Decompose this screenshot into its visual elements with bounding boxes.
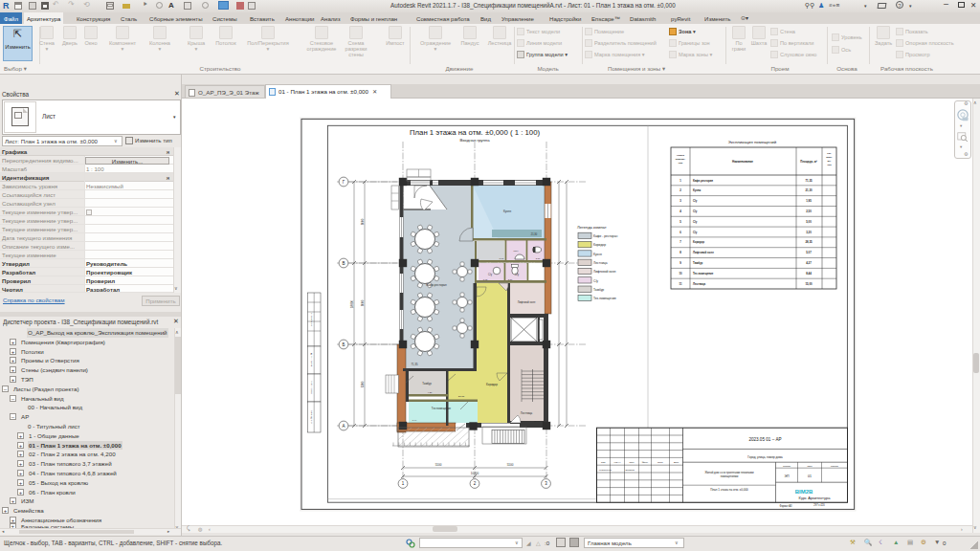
- svg-text:Коридор: Коридор: [486, 383, 498, 386]
- svg-text:С/у: С/у: [593, 279, 598, 283]
- svg-text:2,50: 2,50: [806, 209, 812, 213]
- svg-text:Кафе-ресторан: Кафе-ресторан: [693, 179, 713, 183]
- svg-text:Тамбур: Тамбур: [693, 261, 702, 265]
- svg-text:Кафе-ресторан: Кафе-ресторан: [426, 283, 447, 287]
- svg-text:помеще-: помеще-: [676, 158, 686, 161]
- svg-text:18600: 18600: [350, 299, 354, 308]
- svg-text:Лестница: Лестница: [593, 261, 608, 265]
- svg-text:2023.05 01 – АР: 2023.05 01 – АР: [748, 437, 781, 442]
- svg-text:ще-: ще-: [828, 160, 832, 162]
- svg-text:Наименование: Наименование: [732, 160, 753, 164]
- svg-text:01: 01: [808, 474, 812, 478]
- svg-text:21,30: 21,30: [806, 188, 813, 192]
- svg-text:Подп. и дата: Подп. и дата: [310, 381, 312, 394]
- svg-text:Дата: Дата: [674, 461, 679, 463]
- svg-text:А: А: [342, 424, 345, 429]
- svg-text:6300: 6300: [361, 381, 365, 387]
- svg-text:План 1 этажа на отм. ±0,000 (: План 1 этажа на отм. ±0,000 ( 1 : 100): [410, 128, 541, 137]
- svg-text:Взам. инв. №: Взам. инв. №: [310, 352, 312, 366]
- svg-text:15,00: 15,00: [806, 282, 813, 286]
- svg-text:Формат А3: Формат А3: [779, 504, 792, 508]
- svg-text:Тамбур: Тамбур: [593, 288, 604, 292]
- svg-text:Листов: Листов: [831, 465, 838, 468]
- svg-text:Б: Б: [343, 342, 345, 347]
- svg-text:8,44: 8,44: [806, 272, 812, 276]
- svg-text:Кат.: Кат.: [827, 152, 832, 154]
- svg-text:Инв. № подл.: Инв. № подл.: [310, 409, 312, 424]
- svg-text:6000: 6000: [361, 218, 365, 225]
- svg-text:Входная группа: Входная группа: [459, 138, 490, 143]
- svg-text:С/у: С/у: [693, 231, 698, 234]
- svg-text:Кухня: Кухня: [693, 188, 702, 192]
- svg-text:297 х 420: 297 х 420: [813, 503, 825, 507]
- svg-text:План 1 этажа на отм. ±0,000: План 1 этажа на отм. ±0,000: [710, 488, 748, 492]
- svg-text:ЭП: ЭП: [784, 474, 790, 478]
- svg-text:21,30: 21,30: [531, 232, 538, 236]
- svg-text:15,00: 15,00: [534, 420, 541, 423]
- svg-text:Кухня: Кухня: [593, 253, 602, 256]
- svg-text:Жилой дом со встроенными нежил: Жилой дом со встроенными нежилыми: [704, 471, 754, 474]
- svg-text:ния: ния: [827, 164, 832, 165]
- svg-text:Борисов: Борисов: [626, 469, 635, 472]
- svg-text:11: 11: [679, 282, 682, 286]
- svg-text:Архитектура: Архитектура: [598, 469, 612, 472]
- svg-text:Лифтовой холл: Лифтовой холл: [593, 270, 616, 274]
- svg-text:Лестница: Лестница: [693, 282, 706, 286]
- svg-text:Стадия: Стадия: [783, 465, 791, 468]
- svg-text:Лифтовой холл: Лифтовой холл: [518, 300, 536, 304]
- svg-text:71,35: 71,35: [806, 179, 813, 183]
- svg-text:4,27: 4,27: [806, 261, 812, 265]
- svg-text:Лист: Лист: [807, 465, 813, 468]
- svg-text:Площадь, м²: Площадь, м²: [800, 160, 817, 164]
- svg-text:4,27: 4,27: [428, 391, 433, 394]
- svg-text:Кафе - ресторан: Кафе - ресторан: [593, 234, 618, 238]
- svg-text:Номер: Номер: [677, 154, 685, 157]
- svg-text:Подп.: Подп.: [657, 461, 663, 463]
- svg-text:28,35: 28,35: [806, 240, 813, 244]
- svg-text:Коридор: Коридор: [693, 240, 704, 244]
- svg-text:Экспликация помещений: Экспликация помещений: [728, 140, 777, 144]
- svg-text:помещениями: помещениями: [721, 474, 739, 478]
- svg-text:71,35: 71,35: [412, 363, 418, 366]
- svg-text:№док.: №док.: [642, 461, 649, 463]
- svg-text:BIM2B: BIM2B: [795, 489, 813, 495]
- svg-text:Кол.уч: Кол.уч: [614, 461, 622, 463]
- svg-text:ния: ния: [679, 162, 683, 165]
- svg-text:5100: 5100: [435, 463, 442, 467]
- svg-text:В: В: [342, 261, 345, 266]
- svg-text:Изм.: Изм.: [601, 461, 606, 463]
- svg-text:Согласовано: Согласовано: [310, 312, 312, 326]
- svg-text:28,35: 28,35: [458, 395, 465, 398]
- svg-text:5,00: 5,00: [806, 220, 812, 224]
- svg-text:3,20: 3,20: [806, 231, 812, 234]
- svg-text:С/у: С/у: [693, 209, 698, 213]
- svg-text:Лестница: Лестница: [521, 411, 533, 415]
- svg-text:С: С: [533, 249, 535, 252]
- svg-text:Город, улица, номер дома: Город, улица, номер дома: [747, 455, 783, 459]
- svg-text:Курс Архитектура: Курс Архитектура: [799, 496, 832, 500]
- svg-text:6000: 6000: [361, 299, 365, 306]
- svg-text:Кухня: Кухня: [503, 209, 511, 213]
- svg-text:Тамбур: Тамбур: [422, 382, 432, 386]
- svg-text:Тех.помещение: Тех.помещение: [593, 297, 616, 300]
- svg-text:Мо/у: Мо/у: [513, 250, 519, 253]
- svg-text:5,07: 5,07: [806, 251, 812, 254]
- svg-text:Тех помещение: Тех помещение: [432, 407, 452, 410]
- svg-text:1,95: 1,95: [806, 199, 812, 203]
- svg-text:10: 10: [679, 272, 682, 276]
- svg-text:Лифтовой холл: Лифтовой холл: [693, 251, 714, 254]
- svg-text:10200: 10200: [471, 472, 479, 475]
- svg-text:Тех.помещение: Тех.помещение: [693, 272, 714, 276]
- svg-text:С/у: С/у: [693, 220, 698, 224]
- svg-text:8,44: 8,44: [412, 419, 417, 422]
- svg-text:поме-: поме-: [826, 156, 833, 158]
- svg-text:Легенда комнат: Легенда комнат: [577, 225, 607, 230]
- svg-text:С/у: С/у: [693, 199, 698, 203]
- svg-text:5100: 5100: [507, 463, 514, 467]
- svg-text:Коридор: Коридор: [593, 243, 606, 247]
